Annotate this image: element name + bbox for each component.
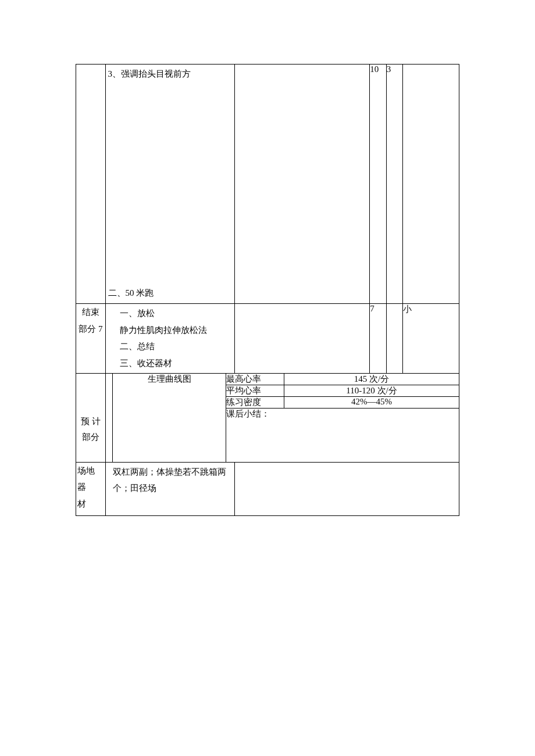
- summary-label: 课后小结：: [226, 409, 270, 418]
- section-cell-empty: [76, 65, 106, 304]
- section-cell: 预 计 部分: [76, 374, 106, 463]
- content-line: 3、强调抬头目视前方: [108, 66, 232, 83]
- content-line: 一、放松: [120, 305, 232, 322]
- content-line: 二、50 米跑: [108, 285, 154, 302]
- section-label: 部分: [76, 429, 105, 445]
- summary-cell: 课后小结：: [226, 409, 459, 462]
- num-cell: 3: [386, 65, 402, 304]
- org-cell-empty: [234, 65, 369, 304]
- table-row: 场地 器 材 双杠两副；体操垫若不跳箱两个；田径场: [76, 462, 459, 515]
- metric-value: 110-120 次/分: [284, 385, 459, 397]
- table-row: 3、强调抬头目视前方 二、50 米跑 10 3: [76, 65, 459, 304]
- section-label: 器: [77, 479, 105, 496]
- content-cell: 双杠两副；体操垫若不跳箱两个；田径场: [105, 462, 234, 515]
- section-label: 结束: [76, 304, 105, 321]
- curve-narrow-col: [106, 374, 113, 462]
- content-line: 静力性肌肉拉伸放松法: [120, 322, 232, 339]
- equipment-right-empty: [234, 462, 459, 515]
- section-label: 场地: [77, 463, 105, 479]
- lesson-plan-table: 3、强调抬头目视前方 二、50 米跑 10 3 结束 部分 7 一、放松 静力性…: [76, 64, 459, 516]
- content-cell: 3、强调抬头目视前方 二、50 米跑: [105, 65, 234, 304]
- table-row: 生理曲线图 最高心率 145 次/分: [106, 374, 459, 385]
- section-label: 预 计: [76, 414, 105, 429]
- org-cell-empty: [234, 304, 369, 374]
- section-cell: 场地 器 材: [76, 462, 106, 515]
- metric-label: 平均心率: [226, 385, 284, 397]
- equipment-text: 双杠两副；体操垫若不跳箱两个；田径场: [113, 467, 226, 493]
- table-row: 结束 部分 7 一、放松 静力性肌肉拉伸放松法 二、总结 三、收还器材 7 小: [76, 304, 459, 374]
- estimate-inner-table: 生理曲线图 最高心率 145 次/分 平均心率 110-120 次/分 练习密度…: [106, 374, 459, 462]
- last-cell-empty: [402, 65, 459, 304]
- metric-value: 42%—45%: [284, 397, 459, 409]
- content-line: 二、总结: [120, 338, 232, 355]
- metric-label: 练习密度: [226, 397, 284, 409]
- estimate-container: 生理曲线图 最高心率 145 次/分 平均心率 110-120 次/分 练习密度…: [105, 374, 459, 463]
- num-cell: 7: [370, 304, 386, 374]
- content-cell: 一、放松 静力性肌肉拉伸放松法 二、总结 三、收还器材: [105, 304, 234, 374]
- section-cell: 结束 部分 7: [76, 304, 106, 374]
- content-line: 三、收还器材: [120, 355, 232, 372]
- lesson-plan-page: 3、强调抬头目视前方 二、50 米跑 10 3 结束 部分 7 一、放松 静力性…: [0, 0, 535, 516]
- table-row: 预 计 部分 生理曲线图 最高心率 145 次/分 平均心率: [76, 374, 459, 463]
- metric-value: 145 次/分: [284, 374, 459, 385]
- curve-label-cell: 生理曲线图: [113, 374, 226, 462]
- last-cell: 小: [402, 304, 459, 374]
- metric-label: 最高心率: [226, 374, 284, 385]
- num-cell-empty: [386, 304, 402, 374]
- section-label: 部分 7: [76, 321, 105, 338]
- curve-label: 生理曲线图: [148, 374, 191, 384]
- num-cell: 10: [370, 65, 386, 304]
- section-label: 材: [77, 496, 105, 513]
